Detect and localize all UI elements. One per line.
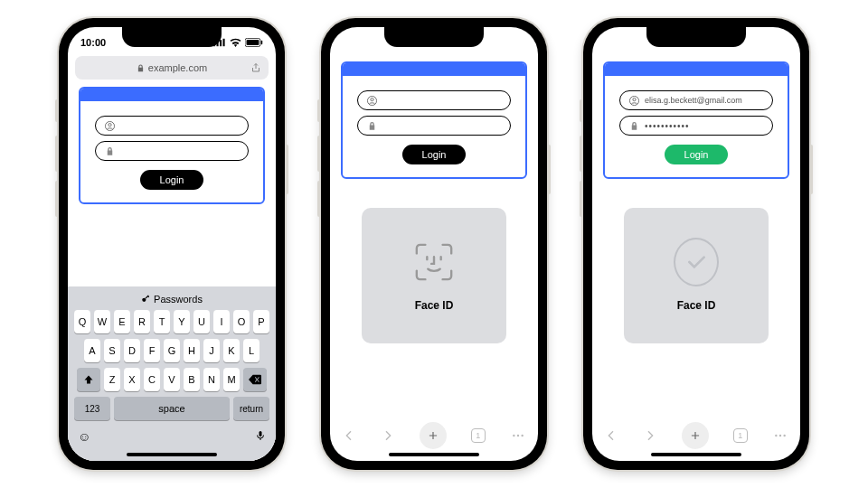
faceid-panel: Face ID (362, 208, 506, 343)
faceid-panel: Face ID (624, 208, 769, 343)
forward-icon[interactable] (643, 428, 657, 443)
tabs-button[interactable]: 1 (733, 428, 748, 443)
key-row-2: ASDFGHJKL (71, 339, 273, 362)
key-N[interactable]: N (203, 368, 220, 391)
password-value: ••••••••••• (645, 121, 690, 131)
key-F[interactable]: F (144, 339, 160, 362)
new-tab-button[interactable] (682, 422, 709, 449)
svg-point-10 (142, 298, 146, 302)
svg-point-14 (513, 435, 514, 436)
key-E[interactable]: E (114, 310, 130, 333)
key-A[interactable]: A (84, 339, 100, 362)
battery-icon (245, 38, 263, 47)
faceid-success-icon (674, 239, 719, 285)
key-M[interactable]: M (223, 368, 240, 391)
svg-point-18 (633, 98, 636, 100)
svg-point-19 (775, 435, 777, 436)
svg-rect-3 (223, 39, 225, 46)
key-I[interactable]: I (213, 310, 230, 333)
tabs-button[interactable]: 1 (471, 428, 486, 443)
key-V[interactable]: V (164, 368, 180, 391)
svg-point-15 (516, 435, 518, 436)
phone-3: elisa.g.beckett@gmail.com ••••••••••• Lo… (583, 18, 809, 470)
svg-rect-5 (247, 40, 259, 45)
key-O[interactable]: O (233, 310, 250, 333)
key-Q[interactable]: Q (74, 310, 90, 333)
new-tab-button[interactable] (420, 422, 447, 449)
username-field[interactable]: elisa.g.beckett@gmail.com (619, 90, 773, 110)
key-H[interactable]: H (184, 339, 200, 362)
space-key[interactable]: space (114, 397, 230, 420)
share-icon[interactable] (250, 62, 261, 73)
key-L[interactable]: L (243, 339, 259, 362)
key-U[interactable]: U (193, 310, 210, 333)
key-G[interactable]: G (164, 339, 180, 362)
key-S[interactable]: S (104, 339, 120, 362)
return-key[interactable]: return (233, 397, 269, 420)
screen: Login Face ID 1 (330, 27, 538, 461)
password-field[interactable]: ••••••••••• (619, 116, 773, 136)
svg-point-8 (108, 123, 111, 126)
faceid-label: Face ID (415, 299, 454, 312)
username-field[interactable] (357, 90, 511, 110)
forward-icon[interactable] (381, 428, 395, 443)
more-icon[interactable] (772, 428, 788, 443)
svg-point-21 (783, 435, 785, 436)
login-button[interactable]: Login (140, 170, 204, 190)
lock-icon (367, 121, 377, 131)
svg-point-20 (778, 435, 780, 436)
key-K[interactable]: K (223, 339, 240, 362)
svg-point-16 (521, 435, 523, 436)
key-C[interactable]: C (144, 368, 160, 391)
backspace-icon (249, 374, 261, 385)
svg-rect-2 (220, 40, 222, 46)
lock-icon (137, 64, 145, 72)
status-time: 10:00 (80, 37, 106, 48)
passwords-label: Passwords (154, 294, 203, 305)
browser-toolbar: 1 (330, 419, 538, 452)
lock-icon (629, 121, 639, 131)
user-icon (105, 121, 115, 131)
more-icon[interactable] (510, 428, 526, 443)
key-X[interactable]: X (124, 368, 140, 391)
key-Y[interactable]: Y (174, 310, 190, 333)
emoji-icon[interactable]: ☺ (78, 429, 90, 445)
key-R[interactable]: R (134, 310, 150, 333)
key-J[interactable]: J (203, 339, 220, 362)
check-icon (684, 250, 708, 274)
mic-icon[interactable] (255, 429, 266, 445)
key-W[interactable]: W (94, 310, 110, 333)
password-field[interactable] (357, 116, 511, 136)
faceid-label: Face ID (677, 299, 716, 312)
password-field[interactable] (95, 141, 249, 161)
back-icon[interactable] (604, 428, 618, 443)
key-B[interactable]: B (184, 368, 200, 391)
wifi-icon (230, 38, 241, 47)
plus-icon (689, 429, 702, 442)
numbers-key[interactable]: 123 (74, 397, 110, 420)
login-card: Login (341, 61, 527, 179)
key-T[interactable]: T (154, 310, 170, 333)
faceid-icon (411, 239, 457, 285)
key-row-1: QWERTYUIOP (71, 310, 273, 333)
key-Z[interactable]: Z (104, 368, 120, 391)
login-button[interactable]: Login (665, 145, 729, 164)
shift-key[interactable] (77, 368, 100, 391)
url-bar[interactable]: example.com (75, 56, 269, 80)
back-icon[interactable] (342, 428, 356, 443)
key-row-fn: 123 space return (71, 397, 273, 420)
passwords-row[interactable]: Passwords (71, 290, 273, 310)
backspace-key[interactable] (243, 368, 267, 391)
lock-icon (105, 146, 115, 156)
svg-rect-11 (259, 431, 262, 436)
key-D[interactable]: D (124, 339, 140, 362)
user-icon (629, 96, 639, 106)
key-row-3: ZXCVBNM (71, 368, 273, 391)
svg-rect-6 (261, 41, 263, 45)
key-P[interactable]: P (253, 310, 269, 333)
screen: 10:00 example.com Login (68, 27, 276, 461)
login-button[interactable]: Login (402, 145, 467, 164)
phone-1: 10:00 example.com Login (59, 18, 285, 470)
shift-icon (83, 374, 94, 385)
username-field[interactable] (95, 116, 249, 136)
